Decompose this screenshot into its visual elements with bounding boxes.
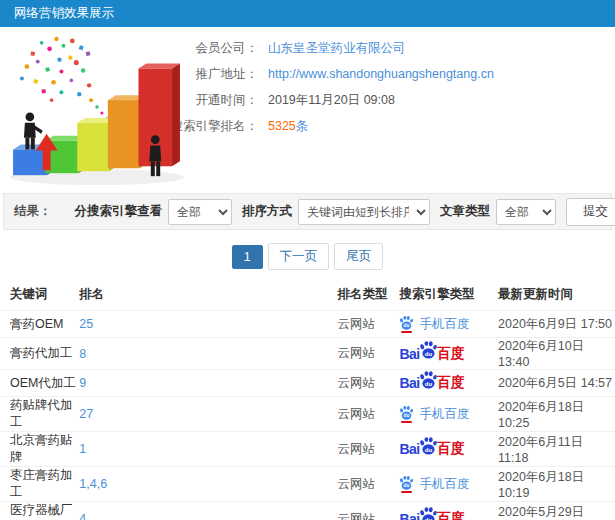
baidu-logo: Bai 百度 [399, 374, 464, 393]
rank-link[interactable]: 8 [79, 347, 86, 361]
rank-link[interactable]: 9 [79, 376, 86, 390]
engine-cell: Bai 百度 [399, 370, 498, 397]
baidu-logo: Bai 百度 [399, 510, 464, 520]
rank-cell: 27 [79, 397, 337, 432]
rank-cell: 25 [79, 311, 337, 338]
rank-type-cell: 云网站 [337, 397, 399, 432]
confetti-dots [20, 37, 108, 121]
header-engine-type: 搜索引擎类型 [399, 279, 498, 311]
table-row: 膏药OEM 25 云网站 手机百度 2020年6月9日 17:50 [0, 311, 615, 338]
baidu-logo-bai: Bai [399, 346, 419, 362]
table-row: 药贴牌代加工 27 云网站 手机百度 2020年6月18日 10:25 [0, 397, 615, 432]
rank-link[interactable]: 25 [79, 317, 93, 331]
mobile-baidu-label: 手机百度 [419, 476, 469, 493]
updated-cell: 2020年6月11日 11:18 [498, 432, 615, 467]
engine-cell: Bai 百度 [399, 338, 498, 370]
pagination: 1 下一页 尾页 [0, 244, 615, 269]
baidu-paw-icon [399, 475, 414, 493]
promo-url-row: 推广地址： http://www.shandonghuangshengtang.… [158, 65, 615, 83]
rank-type-cell: 云网站 [337, 311, 399, 338]
results-table: 关键词 排名 排名类型 搜索引擎类型 最新更新时间 膏药OEM 25 云网站 手… [0, 279, 615, 520]
baidu-logo-bai: Bai [399, 441, 419, 457]
rank-type-cell: 云网站 [337, 432, 399, 467]
page-title: 网络营销效果展示 [14, 6, 114, 20]
updated-cell: 2020年5月29日 10:32 [498, 502, 615, 520]
mobile-baidu-label: 手机百度 [419, 316, 469, 333]
engine-filter-select[interactable]: 全部 [168, 199, 232, 225]
submit-button[interactable]: 提交 [566, 198, 615, 226]
rank-cell: 1 [79, 432, 337, 467]
mobile-baidu-logo: 手机百度 [399, 315, 469, 333]
keyword-cell: 北京膏药贴牌 [0, 432, 79, 467]
table-row: OEM代加工 9 云网站 Bai 百度 2020年6月5日 14:57 [0, 370, 615, 397]
header-rank: 排名 [79, 279, 337, 311]
result-label: 结果： [14, 203, 52, 220]
bar-chart-illustration [2, 31, 192, 189]
engine-filter-label: 分搜索引擎查看 [75, 203, 163, 220]
sort-filter-label: 排序方式 [242, 203, 292, 220]
baidu-logo-bai: Bai [399, 375, 419, 391]
mobile-baidu-label: 手机百度 [419, 406, 469, 423]
baidu-logo: Bai 百度 [399, 440, 464, 459]
rank-link[interactable]: 27 [79, 407, 93, 421]
keyword-cell: 药贴牌代加工 [0, 397, 79, 432]
header-keyword: 关键词 [0, 279, 79, 311]
open-time-value: 2019年11月20日 09:08 [268, 92, 395, 109]
table-row: 医疗器械厂家 4 云网站 Bai 百度 2020年5月29日 10:32 [0, 502, 615, 520]
rank-cell: 1,4,6 [79, 467, 337, 502]
header-updated: 最新更新时间 [498, 279, 615, 311]
engine-rank-value: 5325条 [268, 118, 308, 135]
baidu-logo-cn: 百度 [437, 510, 465, 520]
table-row: 枣庄膏药加工 1,4,6 云网站 手机百度 2020年6月18日 10:19 [0, 467, 615, 502]
baidu-paw-icon [419, 436, 438, 455]
keyword-cell: 膏药代加工 [0, 338, 79, 370]
baidu-paw-icon [419, 370, 438, 389]
baidu-logo-cn: 百度 [437, 440, 465, 458]
engine-cell: 手机百度 [399, 311, 498, 338]
open-time-row: 开通时间： 2019年11月20日 09:08 [158, 91, 615, 109]
rank-link[interactable]: 4 [79, 512, 86, 520]
engine-cell: Bai 百度 [399, 502, 498, 520]
rank-count: 5325 [268, 119, 296, 133]
table-row: 膏药代加工 8 云网站 Bai 百度 2020年6月10日 13:40 [0, 338, 615, 370]
updated-cell: 2020年6月9日 17:50 [498, 311, 615, 338]
engine-cell: 手机百度 [399, 467, 498, 502]
baidu-paw-icon [399, 405, 414, 423]
filter-bar: 结果： 分搜索引擎查看 全部 排序方式 关键词由短到长排序 文章类型 全部 提交 [3, 193, 612, 230]
promo-url-link[interactable]: http://www.shandonghuangshengtang.cn [268, 67, 494, 81]
rank-link[interactable]: 1 [79, 442, 86, 456]
mobile-baidu-logo: 手机百度 [399, 475, 469, 493]
baidu-logo-cn: 百度 [437, 345, 465, 363]
rank-type-cell: 云网站 [337, 467, 399, 502]
article-type-label: 文章类型 [440, 203, 490, 220]
rank-unit: 条 [296, 119, 309, 133]
baidu-paw-icon [399, 315, 414, 333]
baidu-logo-bai: Bai [399, 511, 419, 520]
page-number-current[interactable]: 1 [232, 245, 263, 269]
rank-type-cell: 云网站 [337, 338, 399, 370]
baidu-logo: Bai 百度 [399, 344, 464, 363]
header-rank-type: 排名类型 [337, 279, 399, 311]
article-type-select[interactable]: 全部 [496, 199, 556, 225]
sort-filter-select[interactable]: 关键词由短到长排序 [298, 199, 430, 225]
rank-link[interactable]: 1,4,6 [79, 477, 107, 491]
rank-type-cell: 云网站 [337, 370, 399, 397]
engine-cell: 手机百度 [399, 397, 498, 432]
rank-cell: 4 [79, 502, 337, 520]
last-page-button[interactable]: 尾页 [334, 243, 383, 270]
engine-rank-row: 搜索引擎排名： 5325条 [158, 117, 615, 135]
rank-cell: 9 [79, 370, 337, 397]
keyword-cell: OEM代加工 [0, 370, 79, 397]
baidu-paw-icon [419, 506, 438, 520]
updated-cell: 2020年6月18日 10:25 [498, 397, 615, 432]
next-page-button[interactable]: 下一页 [268, 243, 330, 270]
results-table-header-row: 关键词 排名 排名类型 搜索引擎类型 最新更新时间 [0, 279, 615, 311]
updated-cell: 2020年6月10日 13:40 [498, 338, 615, 370]
updated-cell: 2020年6月5日 14:57 [498, 370, 615, 397]
page: 网络营销效果展示 [0, 0, 615, 520]
businessman-left [24, 113, 43, 150]
company-row: 会员公司： 山东皇圣堂药业有限公司 [158, 39, 615, 57]
baidu-paw-icon [419, 340, 438, 359]
rank-type-cell: 云网站 [337, 502, 399, 520]
company-link[interactable]: 山东皇圣堂药业有限公司 [268, 40, 406, 57]
